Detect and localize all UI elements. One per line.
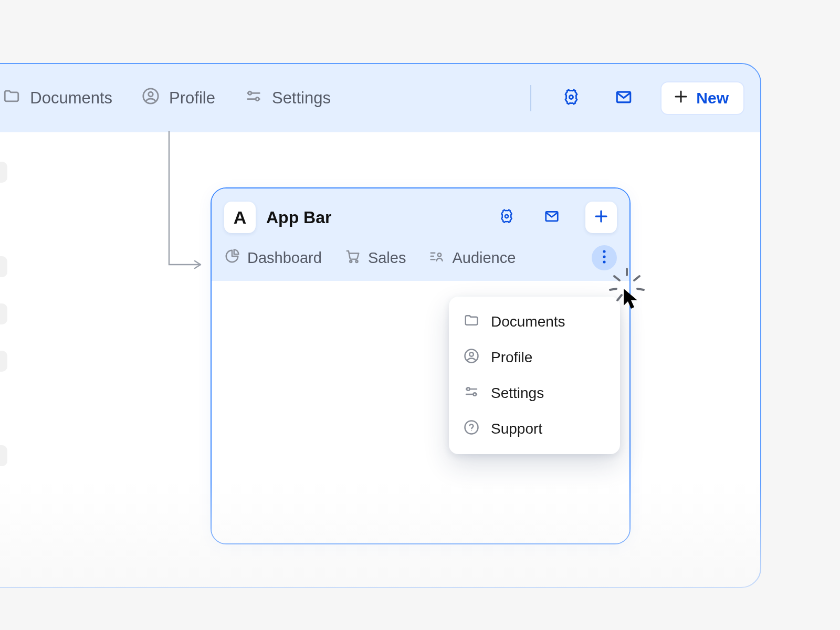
folder-icon [464, 312, 479, 332]
svg-point-26 [469, 352, 474, 356]
placeholder-line [0, 256, 7, 277]
svg-point-23 [603, 255, 605, 258]
placeholder-line [0, 445, 7, 466]
add-button[interactable] [585, 202, 617, 233]
user-circle-icon [464, 348, 479, 368]
nav-item-profile[interactable]: Profile [142, 87, 215, 109]
fade-overlay-right [808, 0, 840, 630]
svg-point-8 [570, 95, 573, 99]
svg-point-1 [149, 92, 153, 97]
divider [530, 85, 531, 111]
svg-point-16 [350, 260, 352, 262]
placeholder-line [0, 162, 7, 183]
folder-icon [3, 87, 20, 109]
mail-icon [544, 208, 560, 226]
large-appbar: Audience Documents Profile Settings [0, 64, 760, 132]
tab-audience[interactable]: Audience [429, 248, 516, 268]
gear-icon [562, 88, 580, 108]
sliders-icon [245, 87, 262, 109]
connector-arrow [164, 131, 216, 280]
cart-icon [345, 248, 361, 268]
svg-point-22 [603, 250, 605, 253]
app-title: App Bar [266, 208, 473, 227]
user-circle-icon [142, 87, 160, 109]
new-button-label: New [696, 89, 729, 107]
dropdown-item-documents[interactable]: Documents [449, 304, 620, 340]
nav-item-documents[interactable]: Documents [3, 87, 112, 109]
tab-dashboard[interactable]: Dashboard [224, 248, 322, 268]
overflow-dropdown: Documents Profile Settings Support [449, 297, 620, 454]
plus-icon [673, 89, 689, 108]
app-logo[interactable]: A [224, 202, 256, 233]
dropdown-item-support[interactable]: Support [449, 411, 620, 447]
gear-icon [499, 208, 514, 226]
dropdown-item-settings[interactable]: Settings [449, 375, 620, 411]
svg-point-21 [438, 253, 442, 257]
dropdown-label: Settings [491, 385, 544, 402]
tab-label: Audience [452, 249, 516, 267]
svg-point-33 [465, 421, 478, 434]
audience-icon [429, 248, 445, 268]
nav-label: Settings [272, 89, 331, 108]
svg-point-24 [603, 260, 605, 263]
tab-label: Sales [368, 249, 406, 267]
settings-gear-button[interactable] [495, 206, 518, 229]
svg-point-34 [471, 430, 472, 431]
tab-sales[interactable]: Sales [345, 248, 406, 268]
more-vertical-icon [603, 250, 606, 266]
small-appbar: A App Bar [212, 188, 629, 281]
mail-button[interactable] [540, 206, 563, 229]
app-logo-letter: A [234, 207, 247, 228]
nav-label: Profile [169, 89, 215, 108]
mail-button[interactable] [611, 86, 636, 111]
help-circle-icon [464, 419, 479, 439]
new-button[interactable]: New [660, 81, 744, 115]
placeholder-line [0, 303, 7, 324]
svg-point-12 [505, 215, 508, 218]
mail-icon [615, 88, 633, 108]
dropdown-label: Support [491, 421, 542, 437]
pie-chart-icon [224, 248, 240, 268]
sliders-icon [464, 384, 479, 403]
more-menu-button[interactable] [592, 245, 617, 270]
nav-label: Documents [30, 89, 112, 108]
dropdown-label: Documents [491, 313, 565, 330]
settings-gear-button[interactable] [559, 86, 584, 111]
large-nav: Audience Documents Profile Settings [0, 87, 525, 109]
dropdown-label: Profile [491, 349, 532, 366]
tab-label: Dashboard [247, 249, 322, 267]
dropdown-item-profile[interactable]: Profile [449, 340, 620, 375]
nav-item-settings[interactable]: Settings [245, 87, 331, 109]
svg-point-17 [355, 260, 358, 262]
placeholder-line [0, 351, 7, 372]
plus-icon [593, 208, 609, 226]
